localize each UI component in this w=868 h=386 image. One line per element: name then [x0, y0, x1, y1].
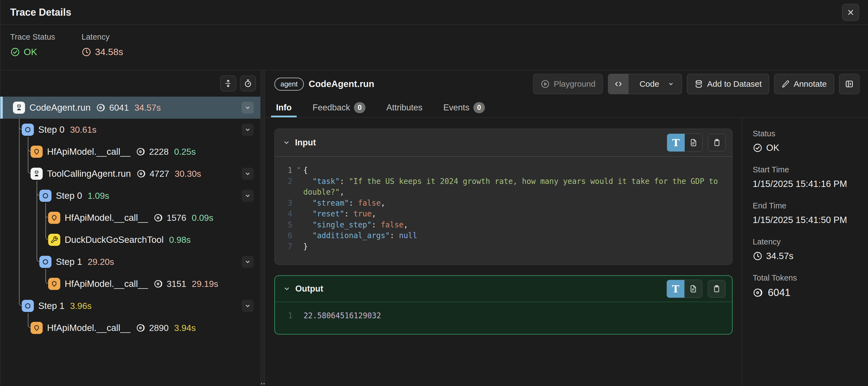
code-token: ,: [381, 199, 385, 207]
input-code-editor[interactable]: 1 { 2 "task": "If the US keeps it 2024 g…: [275, 157, 732, 265]
span-label: CodeAgent.run: [29, 102, 91, 113]
end-time-group: End Time 1/15/2025 15:41:50 PM: [753, 201, 863, 225]
pen-icon: [782, 80, 790, 88]
latency-toggle-button[interactable]: [240, 76, 256, 91]
code-token: [303, 177, 312, 185]
annotate-button[interactable]: Annotate: [774, 74, 834, 94]
span-row-hfapimodel-call[interactable]: HfApiModel.__call__ 2228 0.25s: [0, 141, 260, 163]
code-token: ,: [372, 209, 376, 218]
span-row-toolcallingagent-run[interactable]: ToolCallingAgent.run 4727 30.30s: [0, 163, 260, 185]
expand-collapse-all-button[interactable]: [220, 76, 236, 91]
playground-button[interactable]: Playground: [533, 74, 603, 94]
panel-resize-handle[interactable]: [260, 70, 265, 386]
span-row-hfapimodel-call[interactable]: HfApiModel.__call__ 2890 3.94s: [0, 317, 260, 339]
line-number: 2: [275, 176, 294, 198]
code-token: true: [353, 209, 372, 218]
tab-attributes[interactable]: Attributes: [385, 98, 424, 117]
file-text-icon: [689, 285, 698, 293]
span-row-codeagent-run[interactable]: CodeAgent.run 6041 34.57s: [0, 97, 260, 119]
chevron-down-icon: [244, 258, 252, 266]
span-row-step0[interactable]: Step 0 30.61s: [0, 119, 260, 141]
code-token: "additional_args": [312, 231, 390, 240]
trace-status-label: Trace Status: [10, 32, 55, 41]
view-mode-toggle: T: [667, 133, 703, 152]
start-time-group: Start Time 1/15/2025 15:41:16 PM: [753, 165, 863, 189]
model-icon: [48, 278, 60, 290]
trace-latency-group: Latency 34.58s: [82, 32, 123, 57]
stopwatch-icon: [244, 79, 252, 88]
token-count: 1576: [154, 212, 186, 223]
code-token: :: [344, 209, 353, 218]
latency-value-row: 34.57s: [753, 251, 863, 261]
span-row-step0-inner[interactable]: Step 0 1.09s: [0, 185, 260, 207]
line-number: 5: [275, 219, 294, 231]
step-icon: [39, 190, 52, 202]
latency-group: Latency 34.57s: [753, 237, 863, 261]
format-select-dropdown[interactable]: Code: [608, 74, 682, 94]
span-latency: 0.25s: [174, 147, 196, 157]
toggle-sidebar-button[interactable]: [839, 74, 860, 94]
code-token: :: [372, 220, 381, 229]
span-label: Step 0: [38, 124, 64, 135]
status-group: Status OK: [753, 129, 863, 153]
span-row-step1-inner[interactable]: Step 1 29.20s: [0, 251, 260, 273]
span-latency: 29.20s: [88, 257, 114, 267]
output-code-editor[interactable]: 1 22.58064516129032: [275, 302, 732, 334]
input-section-header[interactable]: Input T: [275, 129, 732, 156]
copy-button[interactable]: [708, 134, 726, 151]
collapse-chevron-button[interactable]: [242, 168, 254, 180]
events-count-badge: 0: [473, 102, 485, 113]
step-icon: [22, 300, 34, 312]
collapse-chevron-button[interactable]: [242, 300, 254, 312]
tokens-icon: [154, 278, 164, 289]
span-row-hfapimodel-call[interactable]: HfApiModel.__call__ 1576 0.09s: [0, 207, 260, 229]
token-count: 4727: [136, 169, 169, 179]
tab-feedback-label: Feedback: [313, 103, 350, 113]
add-to-dataset-button[interactable]: Add to Dataset: [687, 74, 769, 94]
text-mode-button[interactable]: T: [667, 134, 685, 151]
line-number: 3: [275, 198, 294, 209]
chevron-down-icon: [244, 104, 252, 112]
input-section: Input T: [274, 128, 733, 265]
tab-events[interactable]: Events 0: [442, 98, 487, 117]
collapse-chevron-button[interactable]: [242, 256, 254, 268]
span-row-step1[interactable]: Step 1 3.96s: [0, 295, 260, 317]
fold-chevron-icon[interactable]: [297, 166, 301, 171]
span-latency: 3.96s: [70, 301, 91, 311]
step-icon: [22, 124, 34, 136]
collapse-chevron-button[interactable]: [242, 190, 254, 202]
span-label: Step 1: [38, 301, 64, 311]
span-tree: CodeAgent.run 6041 34.57s Step 0: [0, 97, 260, 339]
formatted-mode-button[interactable]: [684, 280, 702, 298]
close-button[interactable]: [842, 4, 859, 21]
output-section-header[interactable]: Output T: [275, 276, 732, 302]
file-text-icon: [689, 138, 698, 147]
line-number: 1: [275, 165, 294, 176]
code-token: {: [303, 166, 308, 175]
code-token: false: [381, 220, 403, 229]
copy-button[interactable]: [708, 280, 725, 298]
text-mode-button[interactable]: T: [667, 280, 684, 298]
code-token: [303, 231, 312, 240]
latency-value: 34.57s: [766, 251, 794, 261]
code-brackets-icon: [608, 74, 628, 94]
token-count-value: 4727: [150, 169, 169, 179]
collapse-chevron-button[interactable]: [242, 101, 254, 114]
span-label: HfApiModel.__call__: [47, 146, 130, 157]
code-token: [303, 209, 312, 218]
span-row-hfapimodel-call[interactable]: HfApiModel.__call__ 3151 29.19s: [0, 273, 260, 295]
tokens-icon: [154, 212, 164, 223]
span-label: HfApiModel.__call__: [65, 278, 148, 289]
tab-info[interactable]: Info: [274, 98, 293, 117]
collapse-chevron-button[interactable]: [242, 124, 254, 136]
tokens-icon: [136, 323, 147, 333]
code-token: "single_step": [312, 220, 372, 229]
span-row-duckduckgosearchtool[interactable]: DuckDuckGoSearchTool 0.98s: [0, 229, 260, 251]
span-tree-panel: CodeAgent.run 6041 34.57s Step 0: [0, 70, 260, 386]
formatted-mode-button[interactable]: [685, 134, 702, 151]
code-token: ,: [340, 187, 344, 196]
output-section: Output T: [274, 275, 733, 334]
tab-events-label: Events: [443, 103, 469, 113]
tab-feedback[interactable]: Feedback 0: [311, 98, 367, 117]
detail-tabs: Info Feedback 0 Attributes Events 0: [265, 98, 868, 118]
